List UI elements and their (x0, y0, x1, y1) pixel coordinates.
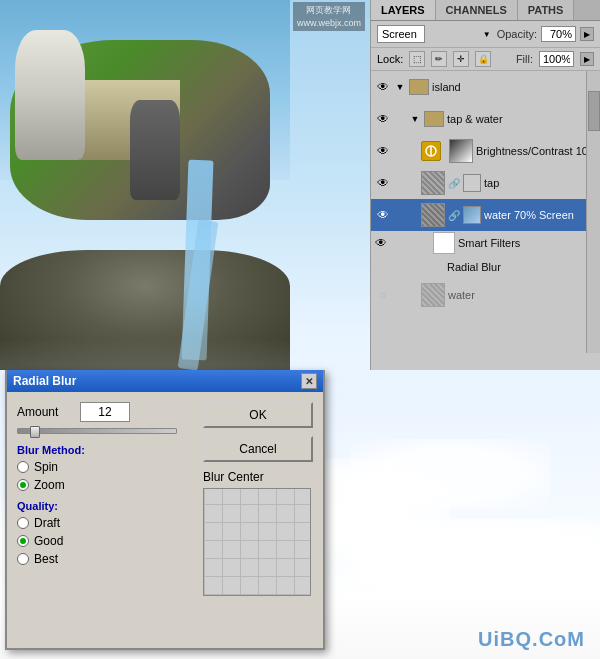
dialog-titlebar[interactable]: Radial Blur ✕ (7, 370, 323, 392)
radio-spin-circle[interactable] (17, 461, 29, 473)
panel-tabs: LAYERS CHANNELS PATHS (371, 0, 600, 21)
ok-button[interactable]: OK (203, 402, 313, 428)
blur-method-section: Blur Method: Spin Zoom (17, 444, 193, 492)
scroll-thumb[interactable] (588, 91, 600, 131)
opacity-arrow[interactable]: ▶ (580, 27, 594, 41)
layer-water-screen-name: water 70% Screen (484, 209, 584, 221)
link-icon-water: 🔗 (448, 210, 460, 221)
thumb-tap2 (463, 174, 481, 192)
lock-paint-btn[interactable]: ✏ (431, 51, 447, 67)
layer-tap-name: tap (484, 177, 596, 189)
quality-group: Draft Good Best (17, 516, 193, 566)
thumb-water-last (421, 283, 445, 307)
layers-scrollbar[interactable] (586, 71, 600, 353)
thumb-tap-water (424, 111, 444, 127)
filter-radial-blur-row[interactable]: Radial Blur ≡ (371, 255, 600, 279)
radio-zoom[interactable]: Zoom (17, 478, 193, 492)
radio-spin[interactable]: Spin (17, 460, 193, 474)
dialog-right: OK Cancel Blur Center (203, 402, 313, 596)
blur-center-section: Blur Center (203, 470, 313, 596)
radial-blur-dialog: Radial Blur ✕ Amount Blur Method: (5, 370, 325, 650)
thumb-smart-filters (433, 232, 455, 254)
opacity-input[interactable] (541, 26, 576, 42)
thumb-tap (421, 171, 445, 195)
blur-center-label: Blur Center (203, 470, 313, 484)
layer-water-last[interactable]: ○ water (371, 279, 600, 311)
layer-brightness[interactable]: 👁 Brightness/Contrast 10 (371, 135, 600, 167)
filter-smart-filters-row[interactable]: 👁 Smart Filters (371, 231, 600, 255)
eye-tap[interactable]: 👁 (375, 175, 391, 191)
layer-water-screen[interactable]: 👁 🔗 water 70% Screen ⚙ (371, 199, 600, 231)
lock-transparency-btn[interactable]: ⬚ (409, 51, 425, 67)
quality-section: Quality: Draft Good Best (17, 500, 193, 566)
radio-good-label: Good (34, 534, 63, 548)
amount-row: Amount (17, 402, 193, 422)
radial-blur-filter-name: Radial Blur (447, 261, 501, 273)
blend-mode-wrapper: Screen Normal Multiply Overlay (377, 25, 493, 43)
quality-label: Quality: (17, 500, 193, 512)
dialog-close-btn[interactable]: ✕ (301, 373, 317, 389)
radio-zoom-label: Zoom (34, 478, 65, 492)
radio-draft[interactable]: Draft (17, 516, 193, 530)
smart-filters-label: Smart Filters (458, 237, 520, 249)
layer-water-last-name: water (448, 289, 596, 301)
lock-label: Lock: (377, 53, 403, 65)
dialog-title: Radial Blur (13, 374, 76, 388)
arrow-island[interactable]: ▼ (394, 81, 406, 93)
radio-spin-label: Spin (34, 460, 58, 474)
eye-smart-spacer: 👁 (375, 236, 391, 250)
tab-channels[interactable]: CHANNELS (436, 0, 518, 20)
fill-label: Fill: (516, 53, 533, 65)
radio-draft-label: Draft (34, 516, 60, 530)
dialog-body: Amount Blur Method: Spin (7, 392, 323, 606)
thumb-water-screen (421, 203, 445, 227)
thumb-island (409, 79, 429, 95)
radio-good-circle[interactable] (17, 535, 29, 547)
blur-center-grid[interactable] (203, 488, 311, 596)
blend-mode-row: Screen Normal Multiply Overlay Opacity: … (371, 21, 600, 48)
cancel-button[interactable]: Cancel (203, 436, 313, 462)
watermark-top: 网页教学网 www.webjx.com (293, 2, 365, 31)
blend-mode-select[interactable]: Screen Normal Multiply Overlay (377, 25, 425, 43)
amount-input[interactable] (80, 402, 130, 422)
layers-list: 👁 ▼ island 👁 ▼ tap & water 👁 Brightness/… (371, 71, 600, 353)
layer-brightness-name: Brightness/Contrast 10 (476, 145, 596, 157)
radio-draft-circle[interactable] (17, 517, 29, 529)
fill-arrow[interactable]: ▶ (580, 52, 594, 66)
layer-tap[interactable]: 👁 🔗 tap (371, 167, 600, 199)
eye-island[interactable]: 👁 (375, 79, 391, 95)
thumb-brightness (449, 139, 473, 163)
eye-water-screen[interactable]: 👁 (375, 207, 391, 223)
slider-track[interactable] (17, 428, 177, 434)
tab-layers[interactable]: LAYERS (371, 0, 436, 20)
lock-row: Lock: ⬚ ✏ ✛ 🔒 Fill: ▶ (371, 48, 600, 71)
layer-tap-water[interactable]: 👁 ▼ tap & water (371, 103, 600, 135)
amount-label: Amount (17, 405, 72, 419)
eye-tap-water[interactable]: 👁 (375, 111, 391, 127)
tab-paths[interactable]: PATHS (518, 0, 575, 20)
layer-island[interactable]: 👁 ▼ island (371, 71, 600, 103)
layer-island-name: island (432, 81, 596, 93)
eye-brightness[interactable]: 👁 (375, 143, 391, 159)
dialog-left: Amount Blur Method: Spin (17, 402, 193, 596)
adjustment-icon-brightness (421, 141, 441, 161)
radio-zoom-circle[interactable] (17, 479, 29, 491)
link-icon-tap: 🔗 (448, 178, 460, 189)
layers-panel: LAYERS CHANNELS PATHS Screen Normal Mult… (370, 0, 600, 370)
slider-thumb[interactable] (30, 426, 40, 438)
watermark-bottom: UiBQ.CoM (478, 628, 585, 651)
layer-tap-water-name: tap & water (447, 113, 596, 125)
radio-best-circle[interactable] (17, 553, 29, 565)
radio-best[interactable]: Best (17, 552, 193, 566)
arrow-tap-water[interactable]: ▼ (409, 113, 421, 125)
eye-water-last[interactable]: ○ (375, 287, 391, 303)
radio-good[interactable]: Good (17, 534, 193, 548)
scene-canvas (0, 0, 290, 370)
opacity-label: Opacity: (497, 28, 537, 40)
lock-position-btn[interactable]: ✛ (453, 51, 469, 67)
slider-row (17, 428, 193, 434)
blur-method-group: Spin Zoom (17, 460, 193, 492)
blur-method-label: Blur Method: (17, 444, 193, 456)
lock-all-btn[interactable]: 🔒 (475, 51, 491, 67)
fill-input[interactable] (539, 51, 574, 67)
